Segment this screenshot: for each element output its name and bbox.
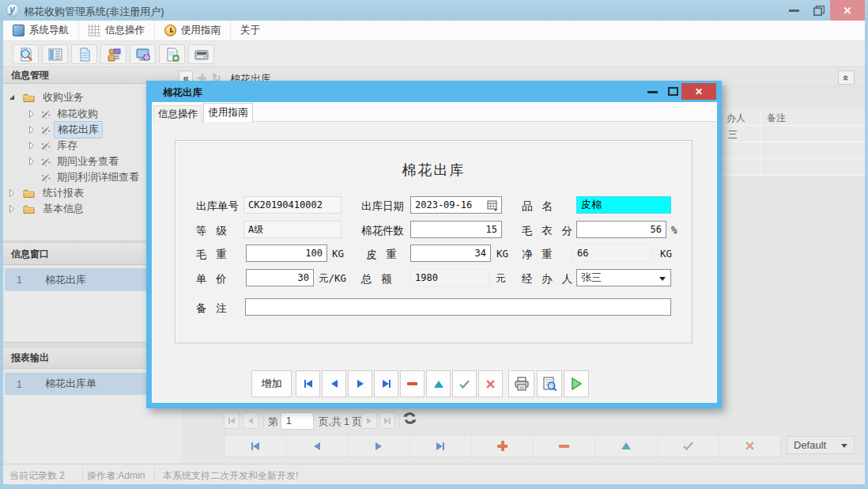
- window-restore-button[interactable]: [808, 0, 830, 21]
- dialog-close-button[interactable]: ✕: [681, 83, 716, 100]
- toolbar-search-document-button[interactable]: [13, 44, 39, 64]
- tree-collapsed-icon[interactable]: [28, 126, 36, 134]
- pager-first-button[interactable]: [224, 412, 240, 429]
- chevron-down-icon: [841, 444, 847, 448]
- window-border-left: [0, 21, 3, 484]
- tree-collapsed-icon: [29, 157, 34, 165]
- execute-button[interactable]: [564, 370, 589, 397]
- product-label: 品 名: [522, 199, 553, 214]
- gross-weight-field[interactable]: 100: [246, 244, 327, 262]
- toolbar-card-file-button[interactable]: [188, 44, 214, 64]
- record-post-button[interactable]: [452, 370, 477, 397]
- wand-icon: [40, 125, 51, 135]
- pager-page-input[interactable]: 1: [281, 412, 314, 430]
- nav-next-button[interactable]: [348, 435, 409, 457]
- toolbar-document-button[interactable]: [71, 44, 97, 64]
- product-field[interactable]: 皮棉: [576, 196, 671, 214]
- wand-icon: [39, 109, 51, 119]
- collapse-up-button[interactable]: «: [838, 70, 855, 85]
- tree-collapsed-icon[interactable]: [28, 142, 36, 150]
- window-titlebar: y 棉花收购管理系统(非注册用户) ✕: [0, 0, 868, 21]
- pieces-field[interactable]: 15: [410, 221, 502, 238]
- menu-item-system-nav[interactable]: 系统导航: [3, 21, 79, 40]
- dialog-maximize-button[interactable]: [668, 87, 678, 96]
- window-title: 棉花收购管理系统(非注册用户): [24, 5, 164, 19]
- window-border-right: [865, 21, 868, 484]
- wand-icon: [39, 172, 51, 183]
- nav-delete-button[interactable]: [534, 435, 595, 457]
- pager-refresh-button[interactable]: [403, 411, 417, 427]
- print-button[interactable]: [508, 370, 534, 397]
- toolbar-user-chart-button[interactable]: [100, 44, 126, 64]
- net-weight-label: 净 重: [522, 248, 553, 262]
- record-edit-button[interactable]: [426, 370, 451, 397]
- dialog-minimize-button[interactable]: [647, 91, 658, 93]
- status-record-count: 当前记录数 2: [9, 469, 65, 483]
- nav-prev-button[interactable]: [286, 435, 348, 457]
- card-file-icon: [194, 47, 209, 63]
- pager-prev-button[interactable]: [243, 412, 259, 429]
- tree-expanded-icon[interactable]: [8, 94, 16, 100]
- grid-header-remark[interactable]: 备注: [767, 112, 786, 125]
- toolbar-report-list-button[interactable]: [42, 44, 68, 64]
- nav-last-button[interactable]: [410, 435, 472, 457]
- record-prev-button[interactable]: [322, 370, 346, 397]
- play-icon: [569, 377, 583, 391]
- toolbar-monitor-globe-button[interactable]: [130, 44, 156, 64]
- toolbar: [3, 41, 865, 67]
- tree-item-label: 统计报表: [43, 186, 84, 200]
- operator-label: 经 办 人: [522, 272, 572, 286]
- dialog-title: 棉花出库: [163, 86, 202, 100]
- remark-field[interactable]: [245, 298, 671, 316]
- tree-collapsed-icon[interactable]: [8, 205, 16, 213]
- status-note: 本系统支持二次开发和全新开发!: [163, 469, 298, 483]
- total-amount-label: 总 额: [361, 272, 392, 286]
- nav-edit-button[interactable]: [595, 435, 657, 457]
- print-preview-button[interactable]: [537, 370, 562, 397]
- refresh-icon: [403, 411, 417, 425]
- calendar-icon[interactable]: [487, 200, 498, 211]
- unit-price-field[interactable]: 30: [246, 269, 314, 286]
- toolbar-export-page-button[interactable]: [159, 44, 185, 64]
- status-operator: 操作者:Admin: [87, 469, 145, 483]
- wand-icon: [39, 125, 51, 135]
- gross-weight-suffix: KG: [332, 248, 344, 260]
- report-list-icon: [47, 47, 63, 63]
- menu-item-about[interactable]: 关于: [231, 21, 270, 40]
- panel-title: 信息管理: [11, 69, 49, 82]
- pager-last-button[interactable]: [379, 412, 395, 429]
- tab-label: 使用指南: [209, 106, 248, 119]
- record-delete-button[interactable]: [400, 370, 425, 397]
- menu-item-info-ops[interactable]: 信息操作: [79, 21, 155, 40]
- folder-icon: [22, 204, 35, 214]
- dialog-tab-info-ops[interactable]: 信息操作: [153, 105, 202, 122]
- nav-first-button[interactable]: [225, 435, 286, 457]
- record-next-button[interactable]: [348, 370, 372, 397]
- tree-collapsed-icon[interactable]: [28, 110, 36, 118]
- nav-insert-button[interactable]: [472, 435, 534, 457]
- tree-collapsed-icon[interactable]: [8, 189, 16, 197]
- grid-header-operator[interactable]: 办人: [726, 112, 745, 125]
- user-chart-icon: [106, 47, 122, 63]
- nav-post-button[interactable]: [658, 435, 719, 457]
- lint-percent-field[interactable]: 56: [576, 221, 666, 238]
- date-field[interactable]: 2023-09-16: [410, 196, 502, 214]
- record-first-button[interactable]: [296, 370, 320, 397]
- pager-next-button[interactable]: [361, 412, 377, 429]
- operator-combobox[interactable]: 张三: [576, 269, 671, 286]
- tare-weight-field[interactable]: 34: [410, 244, 491, 262]
- dialog-tab-user-guide[interactable]: 使用指南: [203, 103, 253, 122]
- record-cancel-button[interactable]: [478, 370, 503, 397]
- window-close-button[interactable]: ✕: [830, 0, 865, 21]
- window-minimize-button[interactable]: [783, 0, 805, 21]
- wand-icon: [39, 141, 51, 151]
- nav-cancel-button[interactable]: [719, 435, 780, 457]
- menu-item-user-guide[interactable]: 使用指南: [155, 21, 231, 40]
- tree-collapsed-icon: [29, 142, 34, 150]
- perspective-select[interactable]: Default: [787, 436, 855, 454]
- tree-collapsed-icon[interactable]: [28, 157, 36, 165]
- tree-item-label: 收购业务: [43, 90, 84, 104]
- record-last-button[interactable]: [374, 370, 398, 397]
- add-record-button[interactable]: 增加: [251, 370, 292, 397]
- net-weight-suffix: KG: [660, 248, 672, 260]
